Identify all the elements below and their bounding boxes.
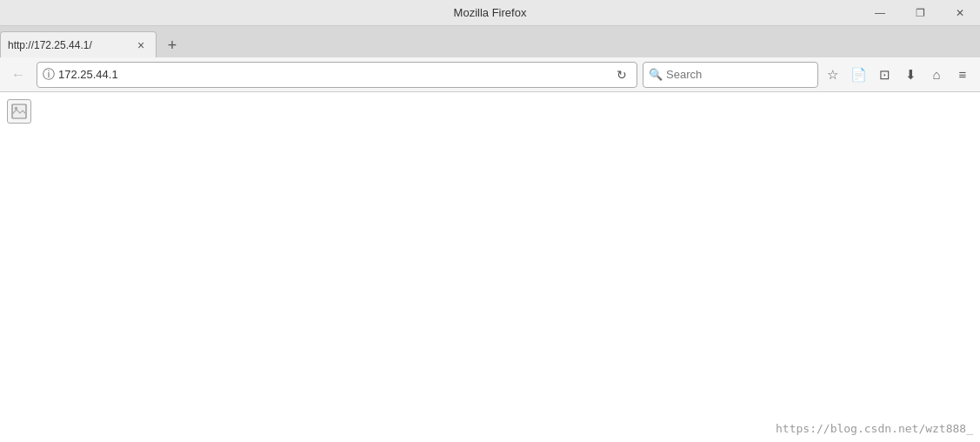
search-icon: 🔍 — [649, 68, 663, 81]
download-button[interactable]: ⬇ — [898, 63, 923, 87]
info-icon[interactable]: ⓘ — [43, 67, 55, 83]
window-controls: — ❐ ✕ — [860, 0, 980, 25]
tab-title: http://172.25.44.1/ — [8, 39, 130, 51]
title-bar: Mozilla Firefox — ❐ ✕ — [0, 0, 980, 26]
search-input[interactable] — [666, 68, 812, 81]
tab-item[interactable]: http://172.25.44.1/ × — [0, 31, 157, 57]
bookmark-button[interactable]: ☆ — [820, 63, 844, 87]
tab-bar: http://172.25.44.1/ × + — [0, 26, 980, 57]
address-input[interactable] — [58, 68, 609, 81]
address-bar-container: ⓘ ↻ — [37, 62, 637, 88]
pocket-button[interactable]: ⊡ — [872, 63, 897, 87]
reader-button[interactable]: 📄 — [846, 63, 870, 87]
menu-button[interactable]: ≡ — [950, 63, 975, 87]
new-tab-button[interactable]: + — [160, 33, 184, 57]
back-button[interactable]: ← — [5, 62, 31, 88]
reload-button[interactable]: ↻ — [612, 65, 631, 84]
close-button[interactable]: ✕ — [940, 0, 980, 26]
nav-bar: ← ⓘ ↻ 🔍 ☆ 📄 ⊡ ⬇ ⌂ ≡ — [0, 57, 980, 92]
search-bar-container: 🔍 — [643, 62, 818, 88]
home-button[interactable]: ⌂ — [924, 63, 949, 87]
watermark-text: https://blog.csdn.net/wzt888_ — [776, 422, 973, 435]
toolbar-icons: ☆ 📄 ⊡ ⬇ ⌂ ≡ — [820, 63, 975, 87]
image-icon — [11, 104, 27, 119]
page-content: https://blog.csdn.net/wzt888_ — [0, 92, 980, 442]
page-thumbnail-icon — [7, 99, 31, 124]
tab-close-button[interactable]: × — [133, 37, 149, 53]
minimize-button[interactable]: — — [860, 0, 900, 26]
window-title: Mozilla Firefox — [454, 6, 527, 19]
maximize-button[interactable]: ❐ — [900, 0, 940, 26]
